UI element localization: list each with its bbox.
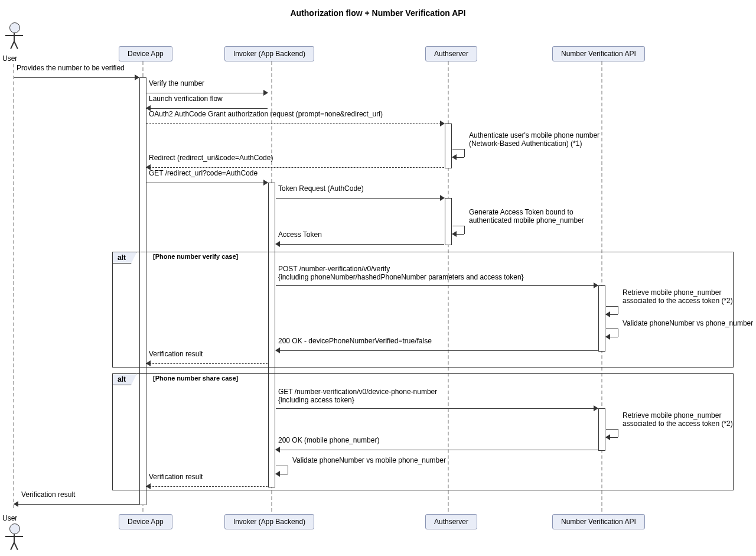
activation-nvapi-2: [598, 408, 605, 451]
msg-oauth-request: OAuth2 AuthCode Grant authorization requ…: [146, 119, 444, 128]
msg-label: Retrieve mobile phone_number: [623, 411, 721, 420]
msg-get-redirect: GET /redirect_uri?code=AuthCode: [146, 178, 268, 187]
user-actor-body-bottom-icon: [5, 534, 23, 550]
msg-200-verified: 200 OK - devicePhoneNumberVerified=true/…: [276, 346, 598, 355]
msg-label: Authenticate user's mobile phone number: [469, 131, 599, 139]
msg-200-mpn: 200 OK (mobile phone_number): [276, 446, 598, 454]
lifeline-user: [13, 64, 14, 508]
msg-result-1: Verification result: [146, 359, 268, 368]
msg-label: Validate phoneNumber vs mobile phone_num…: [292, 456, 446, 464]
msg-token-request: Token Request (AuthCode): [276, 194, 444, 202]
alt-condition: [Phone number share case]: [153, 375, 238, 382]
msg-label: Retrieve mobile phone_number: [623, 288, 721, 297]
msg-label: {including access token}: [278, 396, 354, 404]
alt-condition: [Phone number verify case]: [153, 253, 238, 260]
msg-label: GET /redirect_uri?code=AuthCode: [149, 169, 258, 177]
msg-label: Validate phoneNumber vs phone_number: [623, 319, 753, 327]
participant-invoker-top: Invoker (App Backend): [224, 46, 314, 61]
msg-label: Redirect (redirect_uri&code=AuthCode): [149, 154, 273, 162]
diagram-title: Authorization flow + Number Verification…: [0, 8, 756, 18]
msg-label: (Network-Based Authentication) (*1): [469, 139, 582, 148]
msg-label: GET /number-verification/v0/device-phone…: [278, 388, 437, 396]
participant-nvapi-top: Number Verification API: [552, 46, 645, 61]
msg-label: Provides the number to be verified: [17, 64, 125, 72]
participant-auth-top: Authserver: [425, 46, 477, 61]
msg-label: POST /number-verification/v0/verify: [278, 265, 390, 273]
alt-tag: alt: [112, 252, 137, 264]
msg-access-token: Access Token: [276, 240, 444, 248]
activation-auth-1: [445, 123, 452, 168]
activation-auth-2: [445, 198, 452, 245]
user-actor-body-icon: [5, 33, 23, 48]
msg-label: associated to the access token (*2): [623, 420, 733, 428]
msg-label: Token Request (AuthCode): [278, 184, 364, 193]
msg-provides-number: Provides the number to be verified: [14, 73, 139, 82]
participant-nvapi-bottom: Number Verification API: [552, 514, 645, 529]
participant-user-top: User: [2, 54, 17, 63]
msg-result-2: Verification result: [146, 482, 268, 490]
msg-label: {including phoneNumber/hashedPhoneNumber…: [278, 273, 524, 281]
msg-label: authenticated mobile phone_number: [469, 216, 584, 225]
msg-label: Access Token: [278, 230, 322, 239]
alt-tag: alt: [112, 373, 137, 385]
msg-get-dpn: GET /number-verification/v0/device-phone…: [276, 404, 598, 412]
participant-device-bottom: Device App: [119, 514, 172, 529]
msg-label: Generate Access Token bound to: [469, 208, 573, 216]
msg-label: Verification result: [149, 350, 203, 358]
msg-label: Verification result: [21, 490, 75, 499]
msg-label: OAuth2 AuthCode Grant authorization requ…: [149, 110, 383, 118]
msg-label: Launch verification flow: [149, 95, 223, 103]
user-actor-icon: [9, 22, 20, 33]
msg-label: 200 OK - devicePhoneNumberVerified=true/…: [278, 337, 432, 345]
participant-auth-bottom: Authserver: [425, 514, 477, 529]
activation-nvapi-1: [598, 285, 605, 352]
participant-user-bottom: User: [2, 514, 17, 522]
msg-label: 200 OK (mobile phone_number): [278, 436, 379, 444]
participant-invoker-bottom: Invoker (App Backend): [224, 514, 314, 529]
sequence-diagram: Authorization flow + Number Verification…: [0, 0, 756, 556]
msg-label: Verification result: [149, 473, 203, 481]
msg-label: associated to the access token (*2): [623, 297, 733, 305]
msg-post-verify: POST /number-verification/v0/verify {inc…: [276, 281, 598, 290]
user-actor-icon-bottom: [9, 524, 20, 534]
participant-device-top: Device App: [119, 46, 172, 61]
msg-result-final: Verification result: [14, 500, 139, 508]
msg-label: Verify the number: [149, 79, 204, 87]
